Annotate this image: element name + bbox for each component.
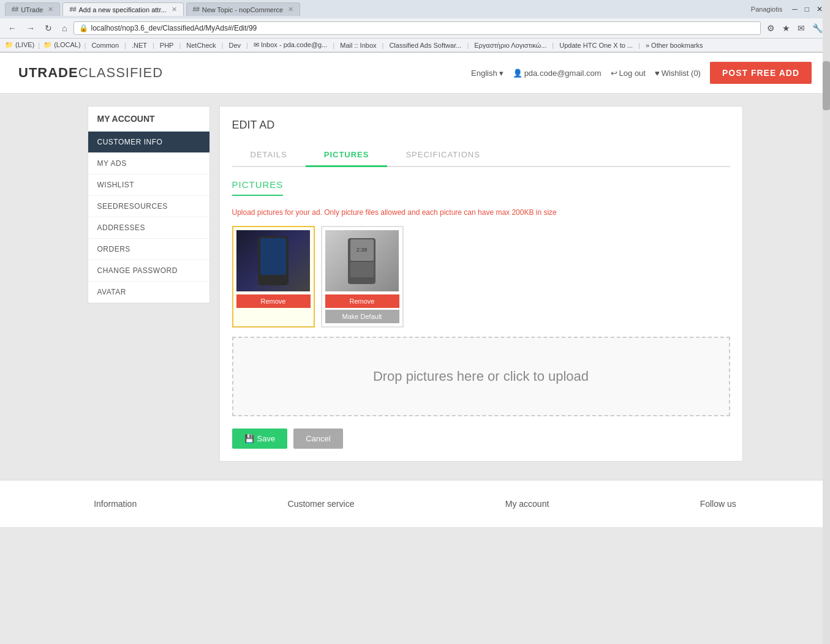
image-card-1: Remove [232,226,315,328]
browser-user: Panagiotis [751,6,782,13]
tab-specifications[interactable]: SPECIFICATIONS [387,144,498,167]
phone-screen-2: 2:38 [350,239,374,261]
footer-col-follow-us: Follow us [700,499,736,509]
sidebar-link-seedresources[interactable]: SEEDRESOURCES [88,196,209,217]
site-logo: UTRADECLASSIFIED [18,65,163,81]
logout-icon: ↩ [611,69,617,78]
sidebar-link-addresses[interactable]: ADDRESSES [88,217,209,239]
bookmark-local[interactable]: 📁 (LOCAL) [43,41,80,49]
reload-button[interactable]: ↻ [42,22,55,34]
post-free-add-button[interactable]: POST FREE ADD [710,62,812,84]
phone-body-icon-1 [258,236,289,285]
upload-note-red: Only picture files allowed and each pict… [324,208,557,217]
wishlist-button[interactable]: ♥ Wishlist (0) [655,69,701,78]
browser-tab-spec[interactable]: ## Add a new specification attr... ✕ [62,2,183,16]
sidebar-link-customer-info[interactable]: CUSTOMER INFO [88,132,209,153]
footer-customer-service-label: Customer service [288,499,355,509]
language-selector[interactable]: English ▾ [471,69,504,78]
tab-label-3: New Topic - nopCommerce [202,6,283,13]
bookmark-net[interactable]: .NET [130,41,149,50]
sidebar-item-change-password[interactable]: CHANGE PASSWORD [88,260,209,282]
sidebar-link-orders[interactable]: ORDERS [88,239,209,260]
tab-pictures[interactable]: PICTURES [306,144,388,167]
sidebar-item-addresses[interactable]: ADDRESSES [88,217,209,239]
tab-close-btn-2[interactable]: ✕ [172,6,177,13]
bookmark-inbox-gmail[interactable]: ✉ Inbox - pda.code@g... [252,40,329,50]
sidebar-link-change-password[interactable]: CHANGE PASSWORD [88,260,209,282]
remove-image-1-button[interactable]: Remove [236,294,311,308]
bookmark-htc[interactable]: Update HTC One X to ... [557,41,635,50]
scrollbar[interactable] [823,0,830,542]
browser-controls: ← → ↻ ⌂ 🔒 localhost/nop3.6_dev/Classifie… [0,18,830,39]
bookmark-live[interactable]: 📁 (LIVE) [5,41,34,49]
sidebar-box: MY ACCOUNT CUSTOMER INFO MY ADS WISHLIST… [88,106,210,304]
sidebar-item-customer-info[interactable]: CUSTOMER INFO [88,132,209,153]
bookmark-dev[interactable]: Dev [227,41,243,50]
upload-note: Upload pictures for your ad. Only pictur… [232,208,730,217]
address-bar[interactable]: 🔒 localhost/nop3.6_dev/ClassifiedAd/MyAd… [74,21,761,35]
image-preview-2: 2:38 [325,230,399,291]
bookmark-classified[interactable]: Classified Ads Softwar... [387,41,463,50]
footer-col-information: Information [94,499,137,509]
sidebar-item-my-ads[interactable]: MY ADS [88,153,209,174]
bookmark-common[interactable]: Common [89,41,121,50]
browser-tab-utrade[interactable]: ## UTrade ✕ [5,2,60,16]
sidebar-item-wishlist[interactable]: WISHLIST [88,174,209,196]
sidebar-title: MY ACCOUNT [88,107,209,132]
save-button[interactable]: 💾 Save [232,429,288,449]
pictures-section-title: PICTURES [232,179,284,196]
forward-button[interactable]: → [23,22,38,34]
pictures-section-header: PICTURES [232,179,730,199]
sidebar-link-wishlist[interactable]: WISHLIST [88,174,209,196]
cancel-button[interactable]: Cancel [293,429,342,449]
logout-button[interactable]: ↩ Log out [611,69,646,78]
tab-label: UTrade [21,6,43,13]
logo-classified: CLASSIFIED [78,65,163,80]
user-icon: 👤 [513,69,523,78]
remove-image-2-button[interactable]: Remove [325,294,399,308]
edit-area: EDIT AD DETAILS PICTURES SPECIFICATIONS … [219,106,743,462]
browser-toolbar-icons: ⚙ ★ ✉ 🔧 [764,22,825,34]
star-icon[interactable]: ★ [780,22,793,34]
image-card-2: 2:38 Remove Make Default [321,226,404,328]
action-buttons: 💾 Save Cancel [232,429,730,449]
sidebar-link-my-ads[interactable]: MY ADS [88,153,209,174]
minimize-btn[interactable]: ─ [790,5,800,13]
bookmark-other[interactable]: » Other bookmarks [644,41,705,50]
lang-label: English [471,69,497,78]
bookmark-netcheck[interactable]: NetCheck [184,41,217,50]
phone-screen-1 [260,238,286,275]
logout-label: Log out [619,69,646,78]
bookmark-php[interactable]: PHP [158,41,176,50]
browser-titlebar: ## UTrade ✕ ## Add a new specification a… [0,0,830,18]
save-label: Save [257,434,276,443]
site-footer: Information Customer service My account … [0,480,830,527]
drop-zone[interactable]: Drop pictures here or click to upload [232,337,730,416]
edit-tabs: DETAILS PICTURES SPECIFICATIONS [232,144,730,167]
drop-zone-text: Drop pictures here or click to upload [373,369,589,384]
image-cards-container: Remove 2:38 Remove Make Default [232,226,730,328]
header-nav: English ▾ 👤 pda.code@gmail.com ↩ Log out… [471,62,812,84]
tab-close-btn-3[interactable]: ✕ [288,6,293,13]
footer-columns: Information Customer service My account … [18,499,812,509]
email-text: pda.code@gmail.com [524,69,602,78]
mail-icon[interactable]: ✉ [795,22,807,34]
sidebar-item-seedresources[interactable]: SEEDRESOURCES [88,196,209,217]
make-default-button[interactable]: Make Default [325,310,399,323]
home-button[interactable]: ⌂ [59,22,70,34]
sidebar-item-avatar[interactable]: AVATAR [88,282,209,303]
scrollbar-thumb[interactable] [823,61,830,110]
bookmark-mail-inbox[interactable]: Mail :: Inbox [338,41,378,50]
tab-icon-2: ## [69,6,76,13]
browser-tab-topic[interactable]: ## New Topic - nopCommerce ✕ [186,2,301,16]
sidebar-item-orders[interactable]: ORDERS [88,239,209,260]
image-preview-1 [236,230,310,291]
back-button[interactable]: ← [5,22,20,34]
extensions-icon[interactable]: ⚙ [764,22,777,34]
bookmark-ergastirio[interactable]: Εργαστήριο Λογιστικώ... [472,41,548,50]
tab-close-btn[interactable]: ✕ [48,6,53,13]
maximize-btn[interactable]: □ [802,5,812,13]
sidebar-link-avatar[interactable]: AVATAR [88,282,209,303]
phone-body-icon-2: 2:38 [348,238,375,284]
tab-details[interactable]: DETAILS [232,144,306,167]
